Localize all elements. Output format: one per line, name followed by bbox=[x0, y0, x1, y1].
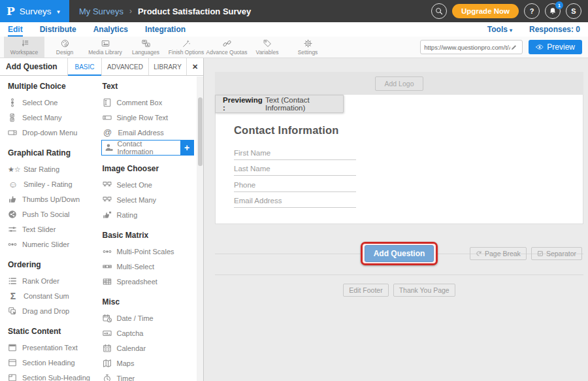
scrollbar-thumb[interactable] bbox=[198, 97, 203, 166]
nav-tab-edit[interactable]: Edit bbox=[8, 22, 23, 37]
captcha-icon bbox=[103, 329, 112, 338]
tool-design[interactable]: Design bbox=[44, 37, 85, 58]
qtype-numeric-slider[interactable]: Numeric Slider bbox=[7, 237, 101, 252]
share-icon bbox=[8, 210, 17, 219]
section-ordering: Ordering Rank Order ΣConstant Sum Drag a… bbox=[7, 260, 101, 318]
nav-tab-analytics[interactable]: Analytics bbox=[93, 22, 128, 37]
tab-advanced[interactable]: ADVANCED bbox=[101, 58, 148, 75]
add-question-panel: Add Question BASIC ADVANCED LIBRARY ✕ Mu… bbox=[0, 58, 204, 381]
search-button[interactable] bbox=[431, 3, 447, 19]
wand-icon bbox=[182, 39, 191, 48]
qtype-select-many[interactable]: Select Many bbox=[7, 110, 101, 125]
last-name-field[interactable]: Last Name bbox=[234, 160, 356, 176]
qtype-smiley-rating[interactable]: ☺Smiley - Rating bbox=[7, 176, 101, 191]
add-question-button[interactable]: Add Question bbox=[365, 245, 434, 262]
tool-languages[interactable]: Languages bbox=[125, 37, 166, 58]
section-multiple-choice: Multiple Choice Select One Select Many D… bbox=[7, 82, 101, 140]
search-icon bbox=[435, 7, 443, 15]
page-break-button[interactable]: Page Break bbox=[470, 247, 527, 260]
tab-library[interactable]: LIBRARY bbox=[148, 58, 186, 75]
qtype-section-heading[interactable]: Section Heading bbox=[7, 355, 101, 370]
tools-dropdown[interactable]: Tools▾ bbox=[487, 25, 512, 34]
upgrade-now-button[interactable]: Upgrade Now bbox=[452, 4, 519, 18]
nav-tab-integration[interactable]: Integration bbox=[145, 22, 186, 37]
smiley-icon: ☺ bbox=[8, 180, 18, 189]
qtype-spreadsheet[interactable]: Spreadsheet bbox=[101, 274, 196, 289]
qtype-email-address[interactable]: @Email Address bbox=[101, 125, 196, 140]
email-address-field[interactable]: Email Address bbox=[234, 192, 356, 208]
qtype-dropdown-menu[interactable]: Drop-down Menu bbox=[7, 125, 101, 140]
qtype-text-slider[interactable]: Text Slider bbox=[7, 222, 101, 237]
section-nav: Edit Distribute Analytics Integration To… bbox=[0, 22, 588, 37]
tool-finish-options[interactable]: Finish Options bbox=[166, 37, 206, 58]
qtype-single-row-text[interactable]: Single Row Text bbox=[101, 110, 196, 125]
panel-title: Add Question bbox=[0, 58, 67, 75]
qtype-thumbs-updown[interactable]: Thumbs Up/Down bbox=[7, 191, 101, 207]
qtype-multi-point-scales[interactable]: Multi-Point Scales bbox=[101, 244, 196, 259]
tool-media-library[interactable]: Media Library bbox=[85, 37, 125, 58]
qtype-presentation-text[interactable]: Presentation Text bbox=[7, 340, 101, 355]
qtype-maps[interactable]: Maps bbox=[101, 356, 196, 371]
stars-icon: ★☆ bbox=[8, 165, 18, 174]
section-subheading-icon bbox=[8, 373, 17, 381]
section-title: Image Chooser bbox=[103, 164, 195, 173]
rank-list-icon bbox=[8, 276, 17, 286]
thank-you-page-button[interactable]: Thank You Page bbox=[393, 284, 455, 297]
separator-button[interactable]: Separator bbox=[531, 247, 582, 260]
tool-variables[interactable]: Variables bbox=[247, 37, 287, 58]
section-title: Ordering bbox=[8, 260, 100, 269]
qtype-timer[interactable]: Timer bbox=[101, 371, 196, 381]
preview-button[interactable]: Preview bbox=[529, 40, 582, 54]
panel-scrollbar[interactable] bbox=[197, 76, 203, 381]
add-logo-button[interactable]: Add Logo bbox=[375, 76, 424, 91]
add-contact-information-button[interactable]: + bbox=[180, 141, 194, 155]
qtype-date-time[interactable]: Date / Time bbox=[101, 310, 196, 325]
section-image-chooser: Image Chooser Select One Select Many Rat… bbox=[101, 164, 196, 222]
phone-field[interactable]: Phone bbox=[234, 176, 356, 192]
qtype-drag-and-drop[interactable]: Drag and Drop bbox=[7, 303, 101, 318]
qtype-push-to-social[interactable]: Push To Social bbox=[7, 207, 101, 222]
edit-footer-button[interactable]: Edit Footer bbox=[343, 284, 388, 297]
tool-workspace[interactable]: Workspace bbox=[4, 37, 44, 58]
qtype-image-select-many[interactable]: Select Many bbox=[101, 192, 196, 207]
tab-basic[interactable]: BASIC bbox=[67, 58, 101, 75]
survey-toolbar: Workspace Design Media Library Languages… bbox=[0, 37, 588, 58]
first-name-field[interactable]: First Name bbox=[234, 144, 356, 160]
qtype-comment-box[interactable]: Comment Box bbox=[101, 95, 196, 110]
qtype-constant-sum[interactable]: ΣConstant Sum bbox=[7, 288, 101, 303]
gear-icon bbox=[304, 39, 312, 48]
responses-count[interactable]: Responses: 0 bbox=[529, 25, 580, 34]
close-icon[interactable]: ✕ bbox=[186, 58, 203, 75]
section-heading-icon bbox=[8, 358, 17, 367]
notifications-button[interactable]: 1 bbox=[545, 3, 561, 19]
sliders-icon bbox=[8, 225, 17, 234]
person-icon bbox=[105, 143, 114, 152]
qtype-select-one[interactable]: Select One bbox=[7, 95, 101, 110]
qtype-multi-select[interactable]: Multi-Select bbox=[101, 259, 196, 274]
qtype-captcha[interactable]: Captcha bbox=[101, 325, 196, 340]
qtype-star-rating[interactable]: ★☆Star Rating bbox=[7, 161, 101, 176]
tool-advance-quotas[interactable]: Advance Quotas bbox=[206, 37, 247, 58]
plus-icon: + bbox=[184, 142, 189, 153]
qtype-image-select-one[interactable]: Select One bbox=[101, 177, 196, 192]
pencil-icon[interactable] bbox=[510, 44, 517, 51]
qtype-rank-order[interactable]: Rank Order bbox=[7, 273, 101, 288]
add-question-row: Add Question Page Break Separator bbox=[215, 245, 583, 262]
question-title[interactable]: Contact Information bbox=[234, 124, 583, 137]
nav-tab-distribute[interactable]: Distribute bbox=[40, 22, 76, 37]
tool-settings[interactable]: Settings bbox=[287, 37, 328, 58]
survey-url-input[interactable] bbox=[424, 44, 510, 51]
spreadsheet-icon bbox=[103, 277, 112, 286]
single-row-icon bbox=[103, 113, 112, 122]
qtype-image-rating[interactable]: Rating bbox=[101, 207, 196, 222]
brand-switcher[interactable]: P Surveys ▼ bbox=[0, 0, 69, 22]
qtype-section-subheading[interactable]: Section Sub-Heading bbox=[7, 370, 101, 381]
breadcrumb-my-surveys[interactable]: My Surveys bbox=[79, 7, 123, 16]
help-button[interactable]: ? bbox=[524, 3, 540, 19]
account-avatar[interactable]: S bbox=[566, 3, 581, 19]
section-text: Text Comment Box Single Row Text @Email … bbox=[101, 82, 196, 156]
qtype-contact-information[interactable]: Contact Information + bbox=[101, 140, 194, 156]
qtype-calendar[interactable]: Calendar bbox=[101, 340, 196, 356]
chevron-down-icon: ▼ bbox=[56, 9, 61, 15]
checkboxes-icon bbox=[8, 113, 17, 122]
